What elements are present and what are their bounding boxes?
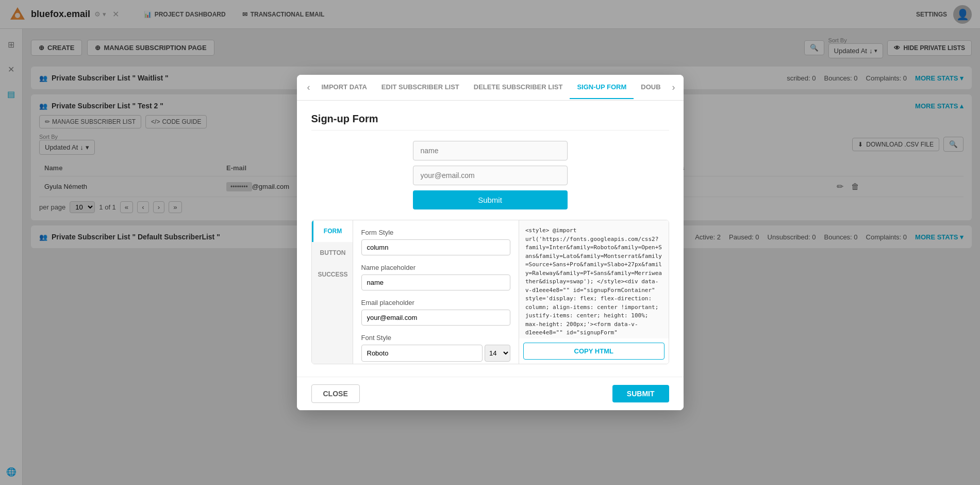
form-preview: Submit bbox=[311, 141, 669, 209]
modal-footer: CLOSE SUBMIT bbox=[297, 377, 684, 410]
modal-title: Sign-up Form bbox=[311, 113, 669, 131]
copy-html-button[interactable]: COPY HTML bbox=[523, 343, 665, 360]
modal-tab-signup[interactable]: SIGN-UP FORM bbox=[570, 76, 634, 99]
form-style-group: Form Style column row bbox=[361, 229, 511, 255]
email-placeholder-group: Email placeholder bbox=[361, 299, 511, 326]
font-style-group: Font Style Roboto Inter Open Sans Lato M… bbox=[361, 334, 511, 362]
name-placeholder-group: Name placeholder bbox=[361, 264, 511, 290]
preview-name-input[interactable] bbox=[413, 141, 568, 160]
modal-tab-delete[interactable]: DELETE SUBSCRIBER LIST bbox=[467, 76, 570, 99]
config-panel: Form Style column row Name placeholder E… bbox=[353, 220, 520, 364]
config-tab-success[interactable]: SUCCESS bbox=[312, 264, 353, 285]
modal-tab-edit[interactable]: EDIT SUBSCRIBER LIST bbox=[374, 76, 467, 99]
preview-email-input[interactable] bbox=[413, 166, 568, 185]
code-panel: <style> @import url('https://fonts.googl… bbox=[519, 220, 669, 364]
form-style-label: Form Style bbox=[361, 229, 511, 236]
close-modal-button[interactable]: CLOSE bbox=[311, 384, 360, 403]
font-style-row: Roboto Inter Open Sans Lato Montserrat 1… bbox=[361, 345, 511, 362]
modal-tabs: ‹ IMPORT DATA EDIT SUBSCRIBER LIST DELET… bbox=[297, 75, 684, 101]
font-style-label: Font Style bbox=[361, 334, 511, 342]
email-placeholder-input[interactable] bbox=[361, 310, 511, 326]
form-style-select[interactable]: column row bbox=[361, 239, 511, 255]
modal-tab-prev[interactable]: ‹ bbox=[303, 75, 314, 100]
modal-tab-doub[interactable]: DOUB bbox=[634, 76, 668, 99]
modal-tab-import[interactable]: IMPORT DATA bbox=[314, 76, 374, 99]
config-tabs: FORM BUTTON SUCCESS bbox=[312, 220, 353, 364]
modal-body: Sign-up Form Submit FORM BUTTON SUCCESS bbox=[297, 101, 684, 377]
email-placeholder-label: Email placeholder bbox=[361, 299, 511, 306]
signup-form-modal: ‹ IMPORT DATA EDIT SUBSCRIBER LIST DELET… bbox=[297, 75, 684, 410]
form-config-code: FORM BUTTON SUCCESS Form Style column ro… bbox=[311, 220, 669, 364]
config-tab-form[interactable]: FORM bbox=[312, 220, 353, 242]
font-style-select[interactable]: Roboto Inter Open Sans Lato Montserrat bbox=[361, 345, 483, 362]
modal-tab-next[interactable]: › bbox=[668, 75, 679, 100]
preview-submit-button[interactable]: Submit bbox=[413, 190, 568, 209]
html-code-area[interactable]: <style> @import url('https://fonts.googl… bbox=[519, 220, 669, 338]
name-placeholder-label: Name placeholder bbox=[361, 264, 511, 271]
submit-modal-button[interactable]: SUBMIT bbox=[612, 385, 669, 402]
config-tab-button[interactable]: BUTTON bbox=[312, 242, 353, 264]
name-placeholder-input[interactable] bbox=[361, 274, 511, 290]
modal-overlay: ‹ IMPORT DATA EDIT SUBSCRIBER LIST DELET… bbox=[0, 0, 980, 485]
font-size-select[interactable]: 14 16 18 bbox=[485, 345, 510, 362]
